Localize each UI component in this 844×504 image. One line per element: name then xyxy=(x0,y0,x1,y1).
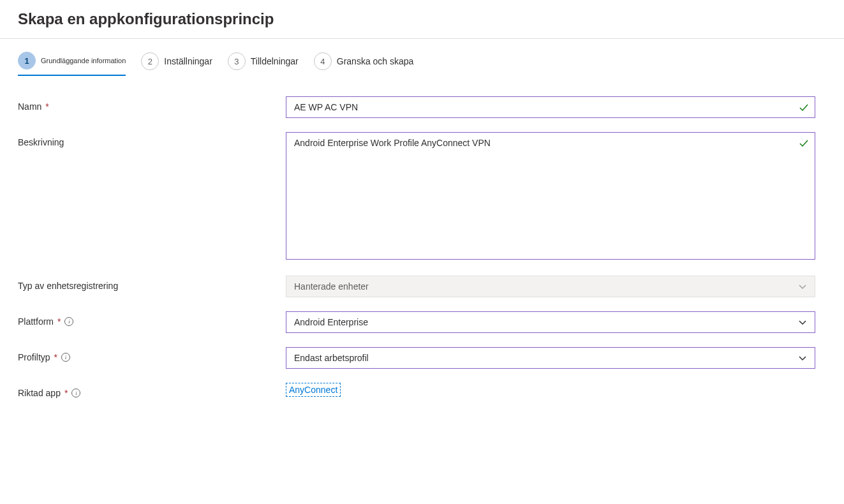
page-header: Skapa en appkonfigurationsprincip xyxy=(0,0,844,39)
enrollment-type-select: Hanterade enheter xyxy=(286,276,815,297)
select-value: Hanterade enheter xyxy=(294,281,369,292)
label-text: Typ av enhetsregistrering xyxy=(18,281,118,291)
wizard-steps: 1 Grundläggande information 2 Inställnin… xyxy=(18,52,826,76)
wizard-step-basics[interactable]: 1 Grundläggande information xyxy=(18,52,126,76)
description-textarea[interactable] xyxy=(286,132,815,260)
info-icon[interactable]: i xyxy=(64,317,73,326)
select-value: Android Enterprise xyxy=(294,317,368,327)
page-title: Skapa en appkonfigurationsprincip xyxy=(18,10,826,28)
label-text: Profiltyp xyxy=(18,352,50,362)
step-number-icon: 4 xyxy=(314,52,332,70)
form-row-profile-type: Profiltyp * i Endast arbetsprofil xyxy=(18,347,826,369)
description-label: Beskrivning xyxy=(18,132,286,147)
step-number-icon: 2 xyxy=(141,52,159,70)
content-area: 1 Grundläggande information 2 Inställnin… xyxy=(0,39,844,425)
profile-type-label: Profiltyp * i xyxy=(18,347,286,362)
checkmark-icon xyxy=(799,103,809,113)
chevron-down-icon xyxy=(798,353,807,362)
required-star-icon: * xyxy=(45,101,48,112)
form-row-platform: Plattform * i Android Enterprise xyxy=(18,311,826,333)
label-text: Plattform xyxy=(18,316,54,327)
form-row-name: Namn * xyxy=(18,96,826,118)
chevron-down-icon xyxy=(798,318,807,327)
required-star-icon: * xyxy=(57,316,61,327)
wizard-step-settings[interactable]: 2 Inställningar xyxy=(141,52,212,75)
wizard-step-review[interactable]: 4 Granska och skapa xyxy=(314,52,414,75)
platform-select[interactable]: Android Enterprise xyxy=(286,311,815,333)
name-input[interactable] xyxy=(286,96,815,118)
info-icon[interactable]: i xyxy=(71,389,80,397)
step-label: Inställningar xyxy=(164,56,212,66)
form-row-targeted-app: Riktad app * i AnyConnect xyxy=(18,383,826,398)
profile-type-select[interactable]: Endast arbetsprofil xyxy=(286,347,815,369)
info-icon[interactable]: i xyxy=(61,353,70,362)
checkmark-icon xyxy=(799,138,809,149)
step-label: Grundläggande information xyxy=(41,57,126,64)
step-number-icon: 1 xyxy=(18,52,36,70)
required-star-icon: * xyxy=(64,388,68,398)
label-text: Riktad app xyxy=(18,388,61,398)
form-row-enrollment-type: Typ av enhetsregistrering Hanterade enhe… xyxy=(18,276,826,297)
targeted-app-link[interactable]: AnyConnect xyxy=(286,383,341,397)
targeted-app-label: Riktad app * i xyxy=(18,383,286,398)
enrollment-type-label: Typ av enhetsregistrering xyxy=(18,276,286,291)
label-text: Namn xyxy=(18,101,41,112)
step-number-icon: 3 xyxy=(228,52,246,70)
platform-label: Plattform * i xyxy=(18,311,286,327)
form-row-description: Beskrivning xyxy=(18,132,826,262)
name-label: Namn * xyxy=(18,96,286,112)
select-value: Endast arbetsprofil xyxy=(294,353,369,363)
required-star-icon: * xyxy=(54,352,57,362)
step-label: Tilldelningar xyxy=(251,56,299,66)
chevron-down-icon xyxy=(798,282,807,291)
label-text: Beskrivning xyxy=(18,137,64,147)
step-label: Granska och skapa xyxy=(337,56,414,66)
wizard-step-assignments[interactable]: 3 Tilldelningar xyxy=(228,52,299,75)
